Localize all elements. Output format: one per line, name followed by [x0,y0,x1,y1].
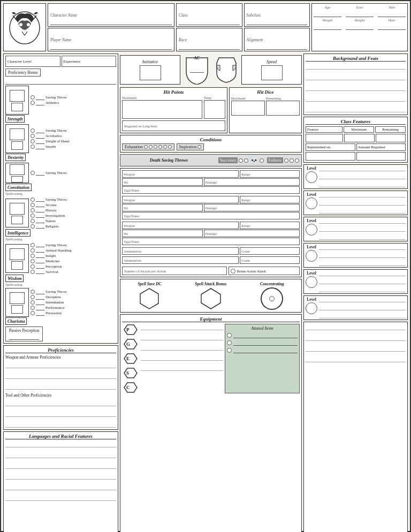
hd-remaining-field[interactable] [266,101,300,116]
level-2-circle[interactable] [306,197,317,209]
level-2-line-2[interactable] [319,200,406,206]
attuned-field-2[interactable] [233,339,298,346]
prof-line-2[interactable] [5,373,116,379]
cf-feature-field[interactable] [306,134,343,142]
level-5-line-1[interactable] [319,271,406,276]
lang-line-3[interactable] [5,462,116,469]
level-6-line-1[interactable] [319,297,406,302]
failure-1[interactable] [284,158,288,163]
concentrating-circle[interactable] [261,287,283,310]
attuned-check-1[interactable] [227,333,232,338]
deception-check[interactable] [31,295,35,299]
level-4-circle[interactable] [306,250,317,262]
intimidation-check[interactable] [31,300,35,305]
ammo-2-count[interactable]: Count [240,256,300,264]
con-save-check[interactable] [31,171,35,175]
inspiration-check[interactable] [197,145,201,149]
extra-line-2[interactable] [306,335,406,341]
cf-amount-field[interactable] [356,152,406,161]
extra-line-1[interactable] [306,324,406,330]
character-name-field[interactable]: Character Name [48,3,174,27]
experience-box[interactable]: Experience [62,56,117,67]
lang-line-2[interactable] [5,452,116,458]
bonus-attack-box[interactable]: Bonus Action Attack [229,267,300,275]
equip-line-4[interactable] [141,354,223,361]
attacks-per-action[interactable]: Number of Attacks per Action [122,267,227,275]
level-4-line-3[interactable] [319,261,406,266]
sleight-check[interactable] [31,139,35,143]
lang-line-6[interactable] [5,495,116,501]
level-3-line-3[interactable] [319,234,406,240]
exhaustion-6[interactable] [168,145,172,149]
lang-line-1[interactable] [5,441,116,447]
dex-save-check[interactable] [31,128,35,133]
failure-3[interactable] [295,158,299,163]
attuned-field-3[interactable] [233,347,298,353]
hp-regained-field[interactable]: Regained on Long Rest [122,120,225,131]
initiative-box[interactable]: Initiative [120,55,180,85]
animal-handling-check[interactable] [31,248,35,253]
level-1-line-1[interactable] [319,166,406,171]
ammo-1-field[interactable]: Ammunition [122,247,239,255]
passive-perception-box[interactable]: Passive Perception [5,326,43,341]
equip-line-5[interactable] [141,364,223,371]
athletics-check[interactable] [31,101,35,105]
exhaustion-4[interactable] [158,145,162,149]
success-2[interactable] [244,158,248,163]
equip-line-3[interactable] [141,344,223,351]
survival-check[interactable] [31,270,35,274]
lang-line-4[interactable] [5,473,116,480]
success-3[interactable] [260,158,264,163]
weapon-2-name[interactable]: Weapon [122,196,239,203]
acrobatics-check[interactable] [31,134,35,138]
eyes-field[interactable]: Eyes [346,5,374,17]
exhaustion-2[interactable] [149,145,153,149]
attuned-check-2[interactable] [227,340,232,345]
age-field[interactable]: Age [314,5,341,17]
lang-line-5[interactable] [5,484,116,490]
player-name-field[interactable]: Player Name [48,28,174,51]
level-3-line-1[interactable] [319,218,406,224]
race-field[interactable]: Race [176,28,242,51]
level-6-circle[interactable] [306,302,317,314]
str-save-check[interactable] [31,95,35,100]
weapon-1-hit[interactable]: Hit [122,178,203,186]
history-check[interactable] [31,208,35,212]
level-1-line-2[interactable] [319,174,406,179]
attuned-field-1[interactable] [233,332,298,338]
tool-line-3[interactable] [5,421,116,428]
weapon-1-range[interactable]: Range [240,170,300,178]
insight-check[interactable] [31,254,35,258]
prof-line-1[interactable] [5,362,116,368]
wisdom-stat-block[interactable] [5,244,29,273]
failure-2[interactable] [290,158,294,163]
cf-remaining-field[interactable] [376,134,406,142]
tool-line-1[interactable] [5,400,116,406]
weapon-2-damage[interactable]: Damage [204,204,300,211]
class-field[interactable]: Class [176,3,242,27]
bg-line-2[interactable] [306,74,406,80]
level-5-line-2[interactable] [319,279,406,284]
char-level-box[interactable]: Character Level [5,56,60,67]
success-1[interactable] [239,158,243,163]
weapon-1-name[interactable]: Weapon [122,170,239,178]
weight-field[interactable]: Weight [314,18,341,30]
extra-line-4[interactable] [306,356,406,362]
weapon-2-range[interactable]: Range [240,196,300,203]
weapon-3-tags[interactable]: Tags/Notes [122,238,300,245]
cf-replenished-field[interactable] [306,152,355,161]
level-3-circle[interactable] [306,224,317,235]
level-2-line-3[interactable] [319,208,406,214]
level-4-line-1[interactable] [319,245,406,250]
bg-line-4[interactable] [306,95,406,102]
persuasion-check[interactable] [31,311,35,315]
skin-field[interactable]: Skin [378,5,406,17]
constitution-stat-block[interactable] [5,163,29,183]
level-4-line-2[interactable] [319,253,406,258]
bg-line-1[interactable] [306,63,406,70]
intelligence-stat-block[interactable] [5,199,29,227]
ammo-2-field[interactable]: Ammunition [122,256,239,264]
exhaustion-1[interactable] [144,145,148,149]
bg-line-5[interactable] [306,106,406,112]
weapon-1-damage[interactable]: Damage [204,178,300,186]
